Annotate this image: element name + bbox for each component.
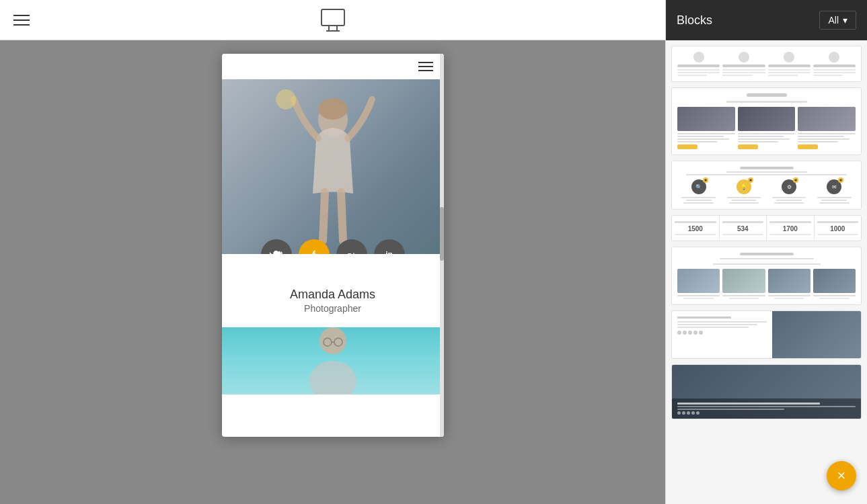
header bbox=[0, 0, 665, 40]
blocks-list[interactable]: 🔍 ✱ 💡 ✱ bbox=[666, 40, 867, 504]
google-plus-button[interactable]: g+ bbox=[336, 239, 367, 254]
profile-name: Amanda Adams bbox=[233, 288, 433, 302]
blog-card-2 bbox=[738, 107, 796, 149]
profile-info: Amanda Adams Photographer bbox=[222, 278, 444, 327]
chevron-down-icon: ▾ bbox=[843, 15, 847, 26]
blog-card-1 bbox=[677, 107, 735, 149]
hamburger-menu[interactable] bbox=[13, 15, 30, 26]
preview-area: t f g+ in bbox=[0, 40, 665, 504]
mobile-preview-frame: t f g+ in bbox=[222, 54, 444, 437]
block-item-blog[interactable] bbox=[671, 87, 862, 155]
twitter-button[interactable]: t bbox=[261, 239, 292, 254]
block-item-steps[interactable] bbox=[671, 46, 862, 82]
social-icons-row: t f g+ in bbox=[222, 239, 444, 254]
person-silhouette bbox=[266, 79, 400, 254]
block-item-about-dark[interactable] bbox=[671, 364, 862, 419]
block-step-1 bbox=[677, 52, 720, 76]
mobile-scrollbar[interactable] bbox=[440, 54, 444, 437]
filter-dropdown[interactable]: All ▾ bbox=[819, 11, 856, 30]
block-step-4 bbox=[813, 52, 856, 76]
svg-point-1 bbox=[318, 98, 348, 120]
filter-label: All bbox=[828, 15, 839, 26]
right-panel: Blocks All ▾ bbox=[665, 0, 867, 504]
team-member-1 bbox=[677, 269, 720, 299]
mobile-nav bbox=[222, 54, 444, 79]
process-item-3: ⚙ ✱ bbox=[768, 179, 811, 204]
process-item-2: 💡 ✱ bbox=[722, 179, 765, 204]
svg-point-4 bbox=[309, 361, 356, 394]
block-item-about-split[interactable] bbox=[671, 310, 862, 359]
about-text-col bbox=[672, 311, 772, 358]
block-item-working-process[interactable]: 🔍 ✱ 💡 ✱ bbox=[671, 161, 862, 210]
process-item-4: ✉ ✱ bbox=[813, 179, 856, 204]
stat-hours: 1700 bbox=[767, 216, 815, 241]
close-icon: × bbox=[837, 468, 846, 483]
stat-awards: 534 bbox=[720, 216, 767, 241]
fab-button[interactable]: × bbox=[827, 461, 856, 491]
facebook-button[interactable]: f bbox=[299, 239, 330, 254]
blog-card-3 bbox=[798, 107, 856, 149]
linkedin-button[interactable]: in bbox=[374, 239, 405, 254]
process-item-1: 🔍 ✱ bbox=[677, 179, 720, 204]
profile-section: t f g+ in bbox=[222, 79, 444, 327]
panel-title: Blocks bbox=[677, 13, 712, 28]
mobile-hamburger-icon bbox=[418, 62, 433, 71]
panel-header: Blocks All ▾ bbox=[666, 0, 867, 40]
block-step-3 bbox=[768, 52, 811, 76]
block-item-stats[interactable]: 1500 534 1700 1000 bbox=[671, 215, 862, 241]
monitor-icon bbox=[321, 9, 345, 32]
about-image-col bbox=[772, 311, 862, 358]
stat-customers: 1500 bbox=[672, 216, 720, 241]
block-step-2 bbox=[722, 52, 765, 76]
team-member-3 bbox=[768, 269, 811, 299]
mobile-scrollbar-thumb bbox=[440, 207, 444, 261]
svg-point-2 bbox=[276, 89, 296, 110]
block-item-team[interactable] bbox=[671, 247, 862, 305]
profile-role: Photographer bbox=[233, 303, 433, 314]
team-member-4 bbox=[813, 269, 856, 299]
second-card-preview bbox=[222, 327, 444, 394]
stat-projects: 1000 bbox=[815, 216, 862, 241]
team-member-2 bbox=[722, 269, 765, 299]
profile-image: t f g+ in bbox=[222, 79, 444, 254]
